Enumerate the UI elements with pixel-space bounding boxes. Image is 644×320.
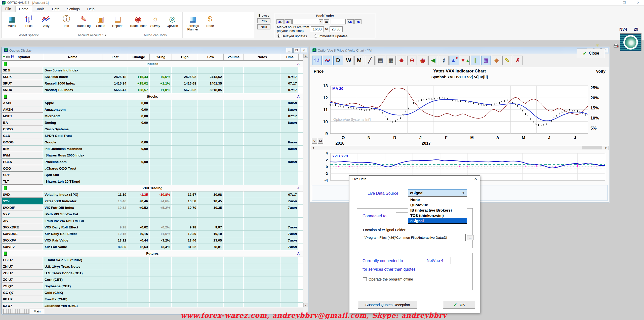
column-header--chg[interactable]: %Chg [150, 54, 172, 60]
column-header-name[interactable]: Name [43, 54, 102, 60]
source-option-quotevue[interactable]: QuoteVue [408, 202, 467, 208]
quote-row-ibm[interactable]: IBMIntl Business Machines0,008июл [2, 146, 303, 152]
symbol-cell[interactable]: ZC U7 [2, 276, 43, 283]
quote-row-rut[interactable]: $RUTRussell 2000 Index1415,84+15,02+1,1%… [2, 80, 303, 87]
notes-icon[interactable]: ▤ [376, 56, 385, 65]
calendar-icon[interactable]: ▦ [324, 19, 329, 24]
quotes-restore-button[interactable]: ❐ [293, 48, 300, 53]
suspend-quotes-button[interactable]: Suspend Quotes Reception [358, 301, 417, 309]
trade-log-button[interactable]: ✎Trade Log [75, 13, 92, 28]
quote-row-iwm[interactable]: IWMiShares Russ 2000 Index [2, 152, 303, 159]
symbol-cell[interactable]: IBM [2, 146, 43, 152]
symbol-cell[interactable]: PCLN [2, 159, 43, 165]
symbol-cell[interactable]: $VXXDRE [2, 224, 43, 230]
symbol-cell[interactable]: BA [2, 119, 43, 126]
symbol-cell[interactable]: GOOG [2, 139, 43, 145]
column-header-low[interactable]: Low [198, 54, 224, 60]
column-header-change[interactable]: Change [128, 54, 150, 60]
symbol-cell[interactable]: VXX [2, 211, 43, 217]
quote-row-xivdre[interactable]: $XIVDREXIV Daily Roll Effect10,15+0,15+1… [2, 231, 303, 237]
scroll-right-icon[interactable]: ► [604, 146, 608, 150]
quotes-close-button[interactable]: ✕ [301, 48, 307, 53]
symbol-cell[interactable]: CSCO [2, 126, 43, 132]
group-row-vxx-trading[interactable]: VXX TradingA [2, 185, 303, 191]
quotes-titlebar[interactable]: Quotes Display ▁ ❐ ✕ [2, 47, 308, 54]
menu-tab-tools[interactable]: Tools [33, 6, 48, 12]
symbol-cell[interactable]: 6J U7 [2, 303, 43, 307]
tab-main[interactable]: Main [30, 309, 44, 314]
live-data-source-select[interactable]: eSignal▼ [408, 189, 467, 196]
status-button[interactable]: ▣Status [93, 13, 109, 28]
source-option-tos-thinkorswim-[interactable]: TOS (thinkorswim) [408, 213, 467, 218]
offline-checkbox[interactable] [363, 277, 367, 281]
symbol-cell[interactable]: $VXDIF [2, 205, 43, 211]
quote-row-msft[interactable]: MSFTMicrosoft0,0007:17 [2, 113, 303, 119]
minimize-button[interactable]: — [604, 0, 616, 6]
trendline-icon[interactable]: ╱ [365, 56, 375, 65]
volty-button[interactable]: Volty [38, 13, 54, 28]
rewind-day-button[interactable]: ◀D [276, 19, 284, 24]
symbol-cell[interactable]: AMZN [2, 106, 43, 113]
column-header-time[interactable]: Time [281, 54, 299, 60]
prev-button[interactable]: Prev [257, 18, 270, 23]
column-header-notes[interactable]: Notes [244, 54, 281, 60]
quote-row-zcu7[interactable]: ZC U7Corn (CBT) [2, 276, 303, 283]
target-icon[interactable]: ◉ [418, 56, 427, 65]
group-row-stocks[interactable]: StocksA [2, 93, 303, 100]
quote-row-zsq7[interactable]: ZS Q7Soybeans (CBT) [2, 283, 303, 290]
quote-row-aapl[interactable]: AAPLApple0,008июл [2, 100, 303, 106]
dialog-close-icon[interactable]: ✕ [474, 177, 477, 181]
immediate-updates-radio[interactable] [314, 34, 317, 38]
quotes-vscrollbar[interactable]: ▲ ▼ [303, 54, 308, 307]
maximize-button[interactable]: ❐ [618, 0, 630, 6]
symbol-cell[interactable]: TLT [2, 178, 43, 185]
calendar-icon[interactable]: ▦ [386, 56, 396, 65]
quote-row-vxxfv[interactable]: $VXXFVVXX Fair Value13,12-0,44-3,2%13,46… [2, 237, 303, 244]
quote-row-tlt[interactable]: TLTiShares Leh 20 TBond [2, 178, 303, 185]
opscan-button[interactable]: ◎OpScan [164, 13, 180, 28]
menu-tab-file[interactable]: File [2, 6, 15, 12]
delete-icon[interactable]: ✗ [513, 56, 522, 65]
esignal-folder-field[interactable]: \Program Files (x86)\Common Files\Intera… [363, 234, 466, 241]
symbol-cell[interactable]: ZS Q7 [2, 283, 43, 289]
reports-button[interactable]: ▤Reports [110, 13, 126, 28]
menu-tab-home[interactable]: Home [15, 6, 32, 12]
symbol-cell[interactable]: $DJI [2, 67, 43, 73]
menu-icon[interactable]: ≡ [3, 55, 5, 59]
source-option-none[interactable]: None [408, 197, 467, 202]
symbol-cell[interactable]: ZB U7 [2, 270, 43, 276]
symbol-cell[interactable]: $XIVFV [2, 244, 43, 250]
dialog-titlebar[interactable]: Live Data ✕ [349, 176, 480, 182]
chart-titlebar[interactable]: OptionVue 8 Price & Volty Chart - YVI ▁ … [310, 47, 609, 54]
weekly-button[interactable]: W [344, 56, 353, 65]
symbol-cell[interactable]: AAPL [2, 100, 43, 106]
group-row-indices[interactable]: IndicesA [2, 61, 303, 67]
hilo-bars-icon[interactable] [312, 56, 322, 65]
palette-icon[interactable]: ◆ [492, 56, 501, 65]
symbol-cell[interactable]: $XIVDRE [2, 231, 43, 237]
symbol-cell[interactable]: $SPX [2, 74, 43, 80]
survey-button[interactable]: ☼Survey [147, 13, 163, 28]
quote-row-vxx[interactable]: VXXiPath VIX Sht-Tm Fut [2, 211, 303, 218]
quote-row-pcln[interactable]: PCLNPriceline.com0,008июл [2, 159, 303, 165]
quote-row-6ju7[interactable]: 6J U7Japanese Yen (CME) [2, 303, 303, 307]
zoom-out-icon[interactable]: ⊖ [407, 56, 417, 65]
quote-row-vix[interactable]: $VIXVolatility Index (SPX)11,19-1,35-10,… [2, 191, 303, 198]
period-button-m[interactable]: M [318, 138, 323, 144]
matrix-button[interactable]: ▦Matrix [4, 13, 20, 28]
browse-folder-button[interactable]: ... [467, 235, 474, 240]
symbol-cell[interactable]: $VXXFV [2, 237, 43, 244]
symbol-cell[interactable]: IWM [2, 152, 43, 158]
menu-tab-data[interactable]: Data [49, 6, 63, 12]
quote-row-csco[interactable]: CSCOCisco Systems [2, 126, 303, 133]
symbol-cell[interactable]: $RUT [2, 80, 43, 87]
backtrader-time-input[interactable] [331, 19, 346, 24]
quote-row-spy[interactable]: SPYSpdr 500 [2, 172, 303, 178]
sliders-icon[interactable]: ♯ [439, 56, 449, 65]
quotes-minimize-button[interactable]: ▁ [286, 48, 293, 53]
quote-row-dji[interactable]: $DJIDow Jones Ind Index [2, 67, 303, 74]
line-chart-icon[interactable] [323, 56, 332, 65]
quote-row-gcq7[interactable]: GC Q7Gold (CMX) [2, 290, 303, 296]
scroll-left-icon[interactable]: ◄ [311, 146, 315, 150]
trade-button[interactable]: $Trade [202, 13, 218, 28]
